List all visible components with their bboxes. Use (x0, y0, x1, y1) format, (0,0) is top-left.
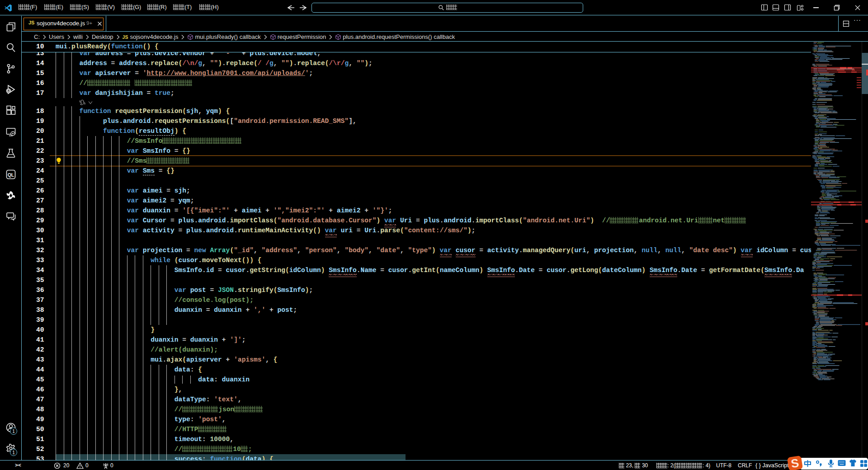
svg-text:QL: QL (8, 172, 14, 178)
